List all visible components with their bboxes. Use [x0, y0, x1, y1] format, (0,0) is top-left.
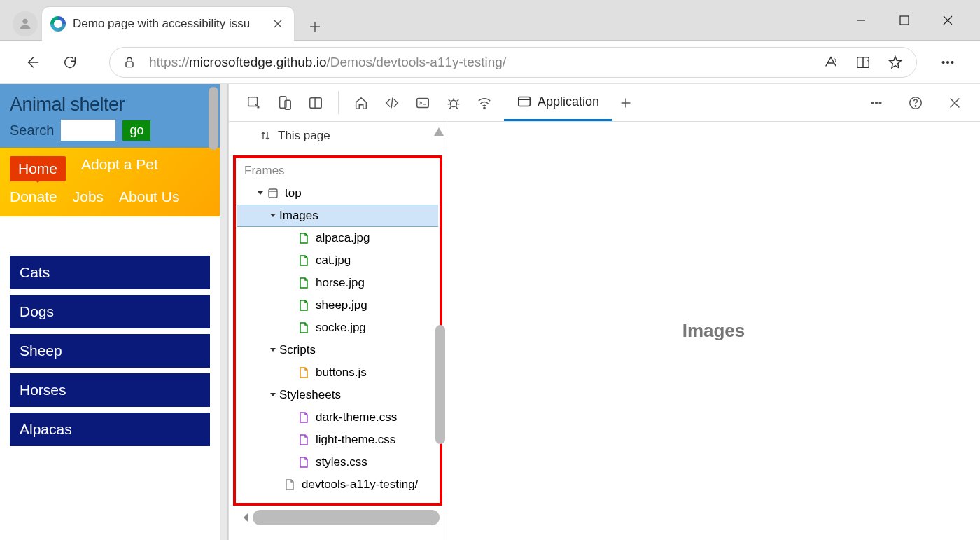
- category-item[interactable]: Dogs: [10, 295, 210, 328]
- tab-welcome[interactable]: [347, 84, 375, 122]
- svg-point-0: [22, 18, 27, 23]
- tree-images[interactable]: Images: [237, 205, 438, 227]
- svg-rect-14: [519, 97, 531, 106]
- site-info-button[interactable]: [122, 55, 136, 70]
- refresh-icon: [62, 55, 78, 70]
- search-go-button[interactable]: go: [122, 120, 150, 141]
- refresh-button[interactable]: [57, 50, 83, 75]
- page-nav: Home Adopt a Pet Donate Jobs About Us: [0, 148, 220, 216]
- reading-mode-button[interactable]: [855, 54, 872, 71]
- close-window-button[interactable]: [941, 13, 955, 27]
- search-label: Search: [10, 123, 54, 139]
- minimize-button[interactable]: [854, 13, 868, 27]
- profile-button[interactable]: [13, 11, 38, 36]
- add-panel-button[interactable]: [612, 84, 640, 121]
- tree-css-file[interactable]: dark-theme.css: [237, 406, 438, 429]
- arrow-left-icon: [24, 55, 40, 70]
- tab-sources[interactable]: [440, 84, 468, 122]
- dock-icon: [308, 95, 323, 111]
- read-aloud-button[interactable]: [822, 54, 839, 71]
- browser-tab[interactable]: Demo page with accessibility issu: [42, 7, 294, 41]
- devtools-help-button[interactable]: [902, 84, 930, 122]
- sidebar-scrollbar[interactable]: [435, 325, 445, 444]
- sidebar-hscrollbar[interactable]: [253, 510, 440, 525]
- back-button[interactable]: [20, 50, 45, 75]
- this-page-row[interactable]: This page: [229, 122, 447, 150]
- tab-console[interactable]: [409, 84, 437, 122]
- application-icon: [517, 94, 532, 109]
- inspect-button[interactable]: [240, 84, 268, 122]
- tree-top[interactable]: top: [237, 182, 438, 205]
- device-icon: [277, 95, 293, 111]
- caret-icon: [268, 392, 278, 399]
- nav-home[interactable]: Home: [10, 156, 66, 181]
- maximize-icon: [899, 15, 910, 26]
- tab-application-label: Application: [538, 95, 599, 109]
- more-icon: [940, 55, 955, 70]
- splitter[interactable]: [220, 84, 228, 540]
- category-list: Cats Dogs Sheep Horses Alpacas: [0, 256, 220, 446]
- tree-images-label: Images: [279, 209, 318, 223]
- caret-icon: [255, 190, 265, 197]
- tab-application[interactable]: Application: [504, 84, 612, 121]
- book-icon: [855, 55, 871, 70]
- tree-image-file[interactable]: cat.jpg: [237, 249, 438, 272]
- browser-menu-button[interactable]: [935, 50, 960, 75]
- frame-icon: [267, 187, 279, 200]
- devtools-close-button[interactable]: [941, 84, 969, 122]
- nav-adopt[interactable]: Adopt a Pet: [81, 156, 158, 181]
- category-item[interactable]: Cats: [10, 256, 210, 289]
- script-file-icon: [298, 366, 310, 379]
- home-icon: [354, 95, 369, 111]
- tree-css-file[interactable]: styles.css: [237, 451, 438, 473]
- new-tab-button[interactable]: [307, 18, 323, 35]
- category-item[interactable]: Horses: [10, 373, 210, 407]
- svg-point-6: [951, 61, 953, 63]
- tree-image-file[interactable]: alpaca.jpg: [237, 227, 438, 249]
- device-button[interactable]: [271, 84, 299, 122]
- tree-top-label: top: [285, 186, 302, 200]
- address-actions: [822, 54, 904, 71]
- tree-css-file[interactable]: light-theme.css: [237, 429, 438, 451]
- image-file-icon: [298, 321, 310, 334]
- tree-html-file[interactable]: devtools-a11y-testing/: [237, 473, 438, 496]
- titlebar-left: Demo page with accessibility issu: [0, 0, 323, 40]
- search-input[interactable]: [61, 120, 115, 141]
- favorite-button[interactable]: [887, 54, 904, 71]
- nav-jobs[interactable]: Jobs: [73, 188, 104, 205]
- svg-point-15: [872, 102, 874, 104]
- tree-scripts[interactable]: Scripts: [237, 339, 438, 361]
- tree-image-file[interactable]: horse.jpg: [237, 272, 438, 294]
- tree-stylesheets-label: Stylesheets: [279, 388, 341, 402]
- svg-point-19: [915, 105, 916, 106]
- plus-icon: [309, 20, 321, 33]
- devtools-more-button[interactable]: [862, 84, 890, 122]
- scroll-up-hint-icon: [434, 127, 444, 136]
- nav-about[interactable]: About Us: [119, 188, 179, 205]
- close-tab-button[interactable]: [272, 18, 284, 30]
- caret-icon: [268, 347, 278, 354]
- page-header: Animal shelter Search go: [0, 84, 220, 148]
- tab-network[interactable]: [470, 84, 498, 122]
- page-viewport: Animal shelter Search go Home Adopt a Pe…: [0, 84, 220, 540]
- tree-script-file[interactable]: buttons.js: [237, 361, 438, 384]
- tree-stylesheets[interactable]: Stylesheets: [237, 384, 438, 406]
- dock-button[interactable]: [302, 84, 330, 122]
- svg-rect-10: [310, 97, 322, 108]
- nav-donate[interactable]: Donate: [10, 188, 57, 205]
- bug-icon: [446, 95, 461, 111]
- svg-point-13: [484, 107, 485, 109]
- window-controls: [854, 0, 980, 40]
- sort-icon: [260, 130, 271, 141]
- search-row: Search go: [10, 120, 210, 141]
- page-scrollbar[interactable]: [209, 87, 218, 150]
- address-bar[interactable]: https://microsoftedge.github.io/Demos/de…: [109, 47, 917, 78]
- maximize-button[interactable]: [897, 13, 911, 27]
- category-item[interactable]: Sheep: [10, 334, 210, 368]
- close-icon: [947, 95, 962, 111]
- tab-elements[interactable]: [378, 84, 406, 122]
- svg-point-16: [876, 102, 878, 104]
- tree-image-file[interactable]: sheep.jpg: [237, 294, 438, 317]
- tree-image-file[interactable]: socke.jpg: [237, 317, 438, 339]
- category-item[interactable]: Alpacas: [10, 413, 210, 446]
